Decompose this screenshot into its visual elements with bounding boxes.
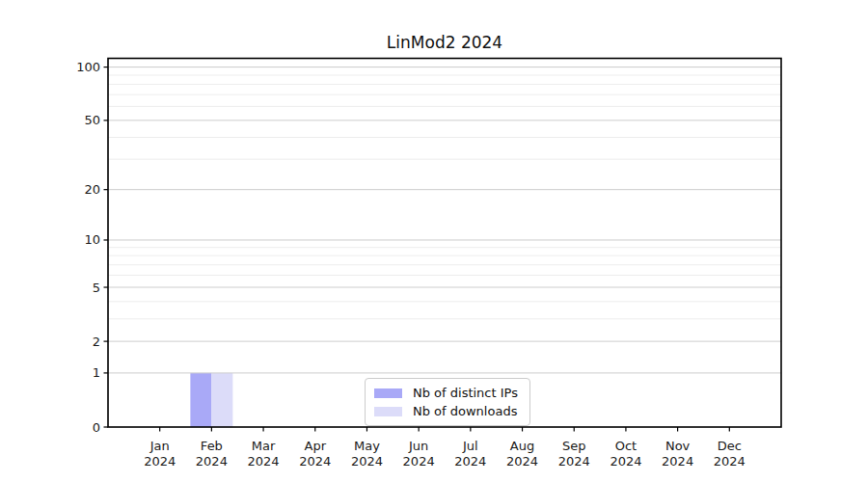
x-tick-label-month: Oct: [615, 439, 637, 453]
x-tick-label-month: Sep: [562, 439, 586, 453]
y-tick-label: 0: [93, 420, 100, 435]
y-tick-label: 20: [84, 182, 100, 197]
legend-item: Nb of downloads: [374, 402, 518, 420]
x-tick-label-year: 2024: [403, 454, 435, 469]
x-tick-label-month: Feb: [201, 439, 223, 453]
x-tick-label-month: Jan: [149, 439, 170, 453]
legend-swatch-distinct-ips: [374, 388, 402, 398]
x-tick-label-month: Dec: [718, 439, 742, 453]
x-tick-label-year: 2024: [714, 454, 746, 469]
legend-label: Nb of downloads: [413, 404, 517, 418]
figure: 0125102050100Jan2024Feb2024Mar2024Apr202…: [0, 0, 868, 482]
y-tick-label: 5: [93, 281, 100, 295]
legend-label: Nb of distinct IPs: [413, 386, 518, 400]
y-tick-label: 50: [84, 113, 100, 127]
x-tick-label-year: 2024: [506, 454, 538, 469]
x-tick-label-year: 2024: [454, 454, 486, 469]
y-tick-label: 100: [76, 60, 100, 74]
x-tick-label-year: 2024: [351, 454, 383, 469]
x-tick-label-month: Mar: [252, 439, 276, 453]
x-tick-label-year: 2024: [299, 454, 331, 469]
x-tick-label-month: May: [354, 439, 380, 453]
x-tick-label-month: Nov: [665, 439, 691, 453]
x-tick-label-year: 2024: [144, 454, 176, 469]
x-tick-label-year: 2024: [248, 454, 280, 469]
x-tick-label-month: Jun: [408, 439, 428, 453]
x-tick-label-year: 2024: [662, 454, 693, 469]
x-tick-label-year: 2024: [196, 454, 228, 469]
plot-border: [108, 59, 781, 428]
bar-feb-series0: [190, 373, 211, 427]
legend-item: Nb of distinct IPs: [374, 384, 518, 402]
y-tick-label: 10: [84, 232, 100, 247]
chart-title: LinMod2 2024: [108, 33, 781, 52]
x-tick-label-month: Jul: [462, 439, 478, 453]
x-tick-label-year: 2024: [558, 454, 590, 469]
legend-swatch-downloads: [374, 407, 402, 416]
x-tick-label-month: Apr: [305, 439, 327, 453]
x-tick-label-year: 2024: [610, 454, 641, 469]
x-tick-label-month: Aug: [510, 439, 534, 453]
chart-legend: Nb of distinct IPs Nb of downloads: [365, 378, 530, 426]
y-tick-label: 2: [93, 335, 100, 349]
y-tick-label: 1: [93, 365, 100, 380]
bar-feb-series1: [211, 373, 232, 427]
